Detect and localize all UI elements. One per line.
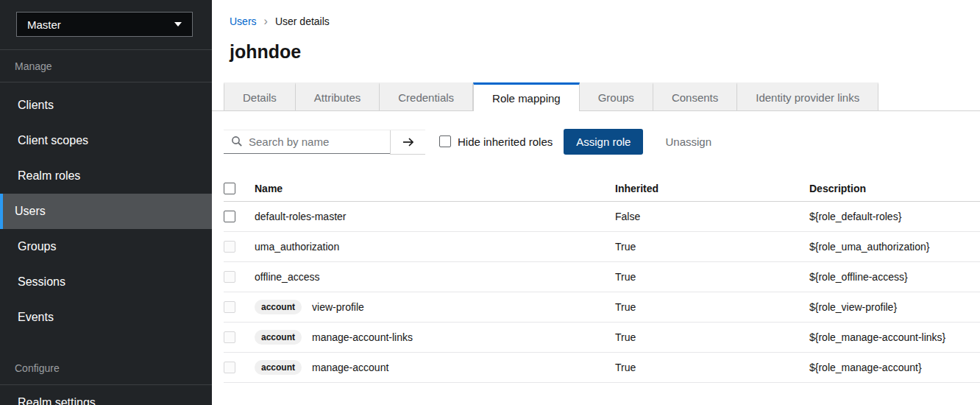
sidebar-item-realm-settings[interactable]: Realm settings <box>0 385 212 405</box>
chevron-right-icon: › <box>264 15 268 27</box>
client-badge: account <box>255 330 302 345</box>
column-header-name: Name <box>255 183 615 194</box>
realm-selector-button[interactable]: Master <box>16 12 193 37</box>
nav-group-configure: Configure <box>0 352 212 385</box>
search-input[interactable] <box>249 135 374 148</box>
toolbar: Hide inherited roles Assign role Unassig… <box>212 129 980 154</box>
inherited-value: True <box>615 241 809 253</box>
realm-selector-label: Master <box>27 18 61 31</box>
role-description: ${role_view-profile} <box>809 301 980 313</box>
row-checkbox <box>224 331 235 343</box>
role-name: view-profile <box>312 301 364 313</box>
table-row: uma_authorization True ${role_uma_author… <box>224 232 980 262</box>
role-name: uma_authorization <box>255 241 339 253</box>
breadcrumb: Users › User details <box>230 15 962 27</box>
tab-groups[interactable]: Groups <box>580 82 653 110</box>
row-checkbox <box>224 301 235 313</box>
search-group <box>224 130 425 154</box>
table-row: offline_access True ${role_offline-acces… <box>224 262 980 292</box>
sidebar-item-clients[interactable]: Clients <box>0 88 212 123</box>
row-checkbox <box>224 271 235 283</box>
caret-down-icon <box>174 22 182 27</box>
tab-bar: Details Attributes Credentials Role mapp… <box>212 82 980 111</box>
select-all-checkbox[interactable] <box>224 183 235 194</box>
sidebar-item-client-scopes[interactable]: Client scopes <box>0 123 212 158</box>
client-badge: account <box>255 360 302 375</box>
sidebar-item-sessions[interactable]: Sessions <box>0 264 212 300</box>
sidebar-item-users[interactable]: Users <box>0 194 212 229</box>
realm-selector-block: Master <box>0 0 212 50</box>
sidebar-item-events[interactable]: Events <box>0 300 212 335</box>
role-mapping-table: Name Inherited Description default-roles… <box>224 175 980 383</box>
tab-identity-provider-links[interactable]: Identity provider links <box>737 82 878 110</box>
inherited-value: True <box>615 331 809 343</box>
tab-details[interactable]: Details <box>224 82 296 110</box>
nav-configure-list: Realm settings <box>0 385 212 405</box>
table-row: account manage-account-links True ${role… <box>224 323 980 353</box>
column-header-description: Description <box>809 183 980 194</box>
nav-manage-list: Clients Client scopes Realm roles Users … <box>0 82 212 335</box>
table-row: account manage-account True ${role_manag… <box>224 353 980 383</box>
search-icon <box>231 135 243 147</box>
hide-inherited-checkbox[interactable] <box>439 135 451 147</box>
unassign-button[interactable]: Unassign <box>665 135 711 148</box>
role-name: manage-account <box>312 362 388 373</box>
breadcrumb-current: User details <box>275 15 330 27</box>
role-description: ${role_default-roles} <box>809 211 980 222</box>
inherited-value: True <box>615 362 809 373</box>
search-input-wrap <box>224 130 390 154</box>
client-badge: account <box>255 300 302 314</box>
row-checkbox <box>224 362 235 373</box>
search-submit-button[interactable] <box>390 130 425 155</box>
content-header: Users › User details johndoe <box>212 0 980 63</box>
arrow-right-icon <box>402 136 415 148</box>
tab-credentials[interactable]: Credentials <box>380 82 473 110</box>
inherited-value: False <box>615 211 809 222</box>
table-row: default-roles-master False ${role_defaul… <box>224 202 980 232</box>
column-header-inherited: Inherited <box>615 183 809 194</box>
role-description: ${role_uma_authorization} <box>809 241 980 253</box>
table-row: account view-profile True ${role_view-pr… <box>224 292 980 323</box>
role-name: default-roles-master <box>255 211 347 222</box>
hide-inherited-label[interactable]: Hide inherited roles <box>458 135 553 148</box>
row-checkbox <box>224 241 235 253</box>
row-checkbox[interactable] <box>224 211 235 222</box>
tab-consents[interactable]: Consents <box>653 82 737 110</box>
sidebar-item-groups[interactable]: Groups <box>0 229 212 264</box>
tab-role-mapping[interactable]: Role mapping <box>473 82 580 111</box>
assign-role-button[interactable]: Assign role <box>564 129 643 155</box>
role-name: manage-account-links <box>312 331 413 343</box>
role-description: ${role_manage-account} <box>809 362 980 373</box>
main-content: Users › User details johndoe Details Att… <box>212 0 980 405</box>
sidebar: Master Manage Clients Client scopes Real… <box>0 0 212 405</box>
role-description: ${role_offline-access} <box>809 271 980 283</box>
app-window: Master Manage Clients Client scopes Real… <box>0 0 980 405</box>
role-name: offline_access <box>255 271 319 283</box>
tab-attributes[interactable]: Attributes <box>296 82 380 110</box>
breadcrumb-link-users[interactable]: Users <box>230 15 257 27</box>
inherited-value: True <box>615 271 809 283</box>
nav-group-manage: Manage <box>0 50 212 82</box>
sidebar-item-realm-roles[interactable]: Realm roles <box>0 158 212 194</box>
role-description: ${role_manage-account-links} <box>809 331 980 343</box>
page-title: johndoe <box>230 41 962 63</box>
inherited-value: True <box>615 301 809 313</box>
table-header-row: Name Inherited Description <box>224 175 980 202</box>
